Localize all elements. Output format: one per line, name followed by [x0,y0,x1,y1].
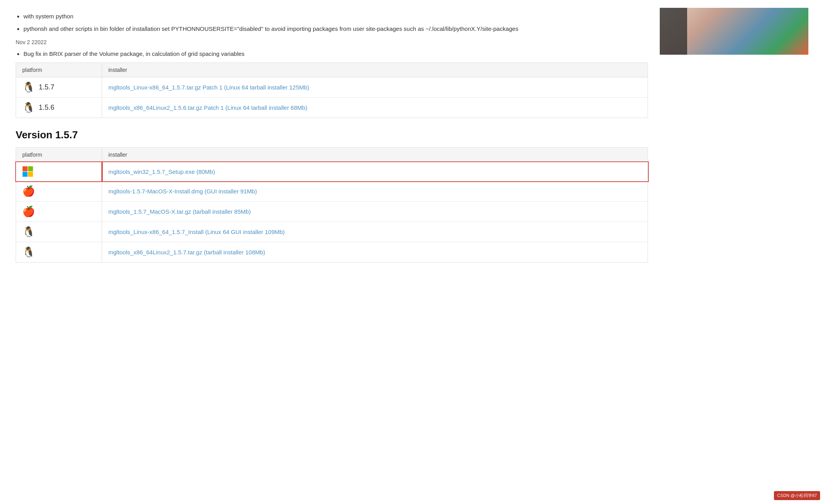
apple-icon: 🍎 [22,185,35,197]
installer-cell: mgltools_x86_64Linux2_1.5.7.tar.gz (tarb… [102,242,648,263]
installer-cell: mgltools_Linux-x86_64_1.5.7.tar.gz Patch… [102,77,648,98]
installer-link[interactable]: mgltools_Linux-x86_64_1.5.7_Install (Lin… [108,229,285,235]
installer-cell: mgltools_Linux-x86_64_1.5.7_Install (Lin… [102,222,648,242]
platform-cell: 🐧 1.5.6 [16,98,102,118]
installer-link[interactable]: mgltools_x86_64Linux2_1.5.7.tar.gz (tarb… [108,249,265,256]
date1-bullet-1: Bug fix in BRIX parser of the Volume pac… [23,49,648,59]
table-2: platform installer mgltools_win32_1.5.7_… [16,147,648,263]
platform-cell: 🍎 [16,202,102,222]
svg-rect-1 [28,166,33,172]
table-row: 🐧 mgltools_x86_64Linux2_1.5.7.tar.gz (ta… [16,242,648,263]
apple-icon: 🍎 [22,206,35,218]
date1-bullet-list: Bug fix in BRIX parser of the Volume pac… [23,49,648,59]
linux-icon: 🐧 [22,81,35,93]
table-row: mgltools_win32_1.5.7_Setup.exe (80Mb) [16,162,648,181]
installer-cell: mgltools_1.5.7_MacOS-X.tar.gz (tarball i… [102,202,648,222]
table-1: platform installer 🐧 1.5.7 mgltools_Linu… [16,63,648,118]
svg-rect-3 [28,172,33,177]
installer-cell: mgltools-1.5.7-MacOS-X-Install.dmg (GUI … [102,181,648,202]
installer-cell: mgltools_win32_1.5.7_Setup.exe (80Mb) [102,162,648,181]
table-row: 🍎 mgltools_1.5.7_MacOS-X.tar.gz (tarball… [16,202,648,222]
linux-icon: 🐧 [22,246,35,258]
top-bullet-list: with system python pythonsh and other sc… [23,12,648,34]
installer-link[interactable]: mgltools-1.5.7-MacOS-X-Install.dmg (GUI … [108,188,257,195]
platform-cell: 🍎 [16,181,102,202]
svg-rect-2 [23,172,28,177]
section-title: Version 1.5.7 [16,129,648,141]
table-row: 🐧 1.5.6 mgltools_x86_64Linux2_1.5.6.tar.… [16,98,648,118]
platform-cell [16,162,102,181]
table-row: 🍎 mgltools-1.5.7-MacOS-X-Install.dmg (GU… [16,181,648,202]
side-image [660,8,808,55]
platform-cell: 🐧 1.5.7 [16,77,102,98]
version-label: 1.5.6 [39,104,54,112]
table2-col2-header: installer [102,148,648,162]
installer-cell: mgltools_x86_64Linux2_1.5.6.tar.gz Patch… [102,98,648,118]
svg-rect-0 [23,166,28,172]
installer-link[interactable]: mgltools_1.5.7_MacOS-X.tar.gz (tarball i… [108,208,251,215]
table2-col1-header: platform [16,148,102,162]
table-row: 🐧 1.5.7 mgltools_Linux-x86_64_1.5.7.tar.… [16,77,648,98]
platform-cell: 🐧 [16,222,102,242]
installer-link[interactable]: mgltools_win32_1.5.7_Setup.exe (80Mb) [108,168,215,175]
installer-link[interactable]: mgltools_x86_64Linux2_1.5.6.tar.gz Patch… [108,104,307,111]
date-line-1: Nov 2 22022 [16,39,648,45]
table-row: 🐧 mgltools_Linux-x86_64_1.5.7_Install (L… [16,222,648,242]
bullet-item-2: pythonsh and other scripts in bin folder… [23,24,648,34]
windows-icon [22,166,33,177]
platform-cell: 🐧 [16,242,102,263]
bullet-item-1: with system python [23,12,648,21]
linux-icon: 🐧 [22,102,35,114]
version-label: 1.5.7 [39,83,54,91]
table1-col1-header: platform [16,63,102,77]
table1-col2-header: installer [102,63,648,77]
installer-link[interactable]: mgltools_Linux-x86_64_1.5.7.tar.gz Patch… [108,84,309,91]
linux-icon: 🐧 [22,226,35,238]
